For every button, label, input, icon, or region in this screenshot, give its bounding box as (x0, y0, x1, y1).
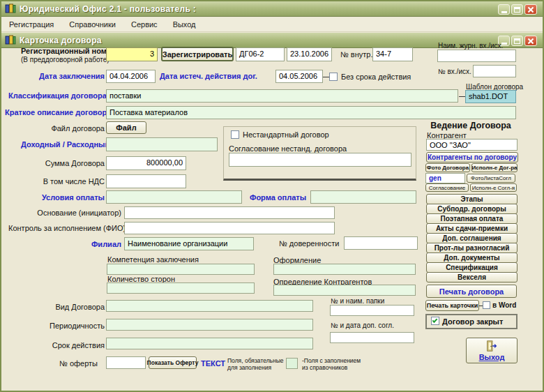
closed-label: Договор закрыт (442, 317, 503, 326)
no-term-checkbox[interactable] (329, 73, 338, 81)
menu-exit[interactable]: Выход (165, 18, 204, 31)
description-field[interactable]: Поставка материалов (106, 106, 516, 119)
conclusion-date-field[interactable]: 04.04.2006 (106, 70, 156, 83)
competence-label: Компетенция заключения (107, 255, 199, 264)
card-maximize-button[interactable] (511, 36, 523, 46)
classification-field[interactable]: поставки (106, 89, 458, 103)
reg-number-sublabel: (В преддоговорной работе) (21, 56, 109, 63)
journal-name-field[interactable] (437, 50, 516, 62)
nonstandard-approval-field[interactable] (229, 153, 411, 167)
branch-label: Филиал (71, 240, 121, 248)
bills-button[interactable]: Векселя (426, 272, 517, 282)
payment-form-field[interactable] (310, 190, 416, 204)
books-app-icon (5, 3, 16, 14)
gen-field[interactable]: gen (425, 173, 465, 183)
branch-field[interactable]: Наименование организации (124, 237, 254, 250)
counterparties-button[interactable]: Контрагенты по договору (426, 152, 518, 163)
specification-button[interactable]: Спецификация (426, 262, 517, 273)
photo-contract-button[interactable]: Фото Договора (425, 163, 470, 172)
file-button[interactable]: Файл (106, 121, 146, 134)
no-term-label: Без срока действия (341, 73, 411, 81)
vat-field[interactable] (106, 174, 186, 188)
profit-label: Доходный / Расходный (21, 140, 105, 149)
maximize-button[interactable] (511, 4, 523, 15)
maximize-icon (514, 7, 520, 13)
execution-contract-button[interactable]: Исполн-е Дог-ра (471, 163, 517, 172)
classification-label: Классификация договора (8, 91, 105, 100)
stages-button[interactable]: Этапы (426, 194, 517, 204)
register-button[interactable]: Зарегистрировать (161, 47, 234, 61)
books-card-icon (5, 35, 16, 45)
reg-number-field[interactable]: 3 (106, 47, 158, 61)
approval-exec-button[interactable]: Исполн-е Согл-я (470, 183, 517, 192)
staged-payment-button[interactable]: Поэтапная оплата (426, 213, 517, 224)
amount-field[interactable]: 800000,00 (106, 156, 186, 170)
amount-label: Сумма Договора (31, 159, 105, 167)
exit-button[interactable]: Выход (466, 338, 517, 363)
offer-label: № оферты (35, 359, 98, 368)
app-window: Юридический Офис 2.1 - пользователь : Ре… (0, 0, 544, 392)
kind-label: Вид Договора (35, 303, 105, 311)
extra-documents-button[interactable]: Доп. документы (426, 252, 517, 263)
card-close-button[interactable] (524, 36, 537, 46)
counterparty-def-field[interactable] (273, 285, 416, 296)
parties-field[interactable] (107, 282, 255, 294)
basis-field[interactable] (124, 206, 335, 219)
exit-door-icon (485, 340, 498, 352)
control-field[interactable] (124, 222, 335, 234)
word-checkbox[interactable] (483, 301, 490, 309)
addendum-field[interactable] (330, 332, 414, 343)
approval-button[interactable]: Согласование (425, 183, 469, 192)
expiry-date-field[interactable]: 04.05.2006 (275, 70, 323, 83)
close-button[interactable] (524, 4, 537, 15)
menu-registration[interactable]: Регистрация (1, 18, 61, 31)
app-title: Юридический Офис 2.1 - пользователь : (20, 4, 196, 14)
photosheet-button[interactable]: ФотоЛистаСогл (467, 174, 515, 183)
dash-line (459, 96, 465, 97)
folder-field[interactable] (330, 305, 414, 316)
menubar: Регистрация Справочники Сервис Выход (1, 17, 543, 32)
offer-field[interactable] (106, 356, 146, 369)
minimize-button[interactable] (498, 4, 510, 15)
basis-label: Основание (инициатор) (8, 209, 121, 217)
journal-number-field[interactable] (473, 65, 516, 77)
reg-number-label: Регистрационный номер (21, 47, 116, 55)
periodicity-field[interactable] (106, 319, 313, 331)
acceptance-acts-button[interactable]: Акты сдачи-приемки (426, 223, 517, 234)
card-close-icon (527, 38, 534, 45)
print-card-button[interactable]: Печать карточки (425, 300, 479, 311)
internal-number-field[interactable]: 34-7 (372, 47, 413, 61)
subcontracts-button[interactable]: Субподр. договоры (426, 204, 517, 214)
folder-label: № и наим. папки (331, 297, 384, 305)
show-offer-button[interactable]: Показать Оферту (149, 356, 197, 369)
menu-references[interactable]: Справочники (61, 18, 123, 31)
addenda-button[interactable]: Доп. соглашения (426, 233, 517, 243)
dash-line (323, 77, 329, 77)
payment-terms-label: Условия оплаты (35, 193, 105, 202)
payment-terms-field[interactable] (106, 190, 242, 204)
conclusion-date-label: Дата заключения (21, 72, 105, 80)
disagreement-protocols-button[interactable]: Прот-лы разногласий (426, 243, 517, 253)
internal-number-label: № внутр. (340, 50, 373, 59)
closed-checkbox[interactable] (431, 317, 439, 325)
legend-reference-swatch (286, 358, 298, 369)
addendum-label: № и дата доп. согл. (331, 322, 394, 329)
menu-service[interactable]: Сервис (123, 18, 165, 31)
panel-title: Ведение Договора (420, 121, 522, 130)
counterparty-field[interactable]: ООО "ЗАО" (426, 139, 517, 151)
reg-date-field[interactable]: 23.10.2006 (287, 47, 332, 61)
journal-name-label: Наим. журн. вх./исх. (438, 42, 503, 50)
duration-field[interactable] (106, 338, 313, 349)
periodicity-label: Периодичность (35, 322, 105, 330)
expiry-date-label: Дата истеч. действия дог. (160, 72, 257, 80)
template-field[interactable]: shab1.DOT (465, 90, 516, 103)
nonstandard-checkbox[interactable] (231, 130, 239, 139)
kind-field[interactable] (106, 300, 313, 312)
profit-field[interactable] (106, 137, 218, 151)
processing-field[interactable] (273, 264, 416, 275)
contract-number-field[interactable]: ДГ06-2 (236, 47, 285, 61)
print-contract-button[interactable]: Печать договора (426, 285, 517, 298)
attorney-field[interactable] (344, 236, 418, 250)
competence-field[interactable] (107, 264, 255, 275)
control-label: Контроль за исполнением (ФИО) (8, 224, 121, 232)
